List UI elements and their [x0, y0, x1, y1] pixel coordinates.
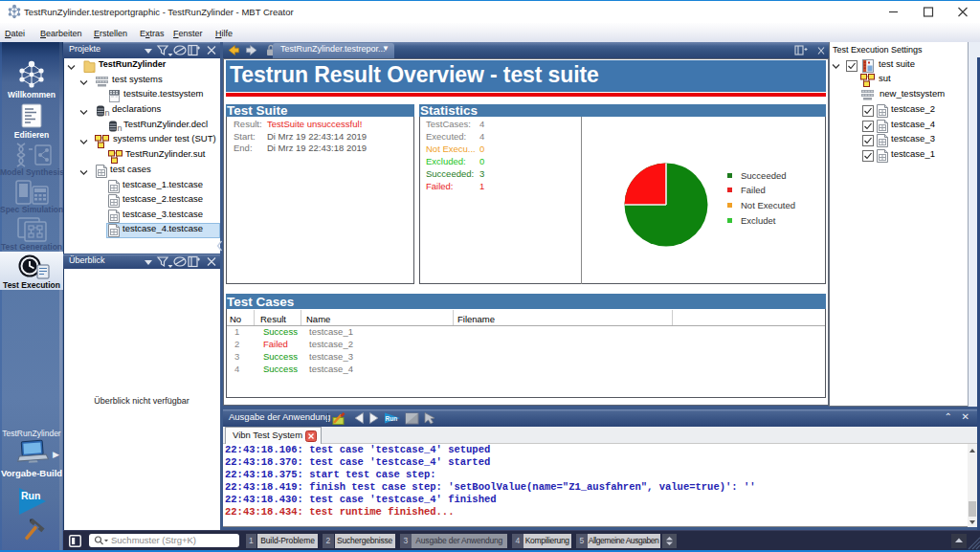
svg-text:Run: Run — [386, 415, 398, 422]
svg-text:n: n — [105, 108, 110, 117]
svg-text:n: n — [118, 123, 122, 132]
svg-text:Run: Run — [21, 490, 40, 501]
